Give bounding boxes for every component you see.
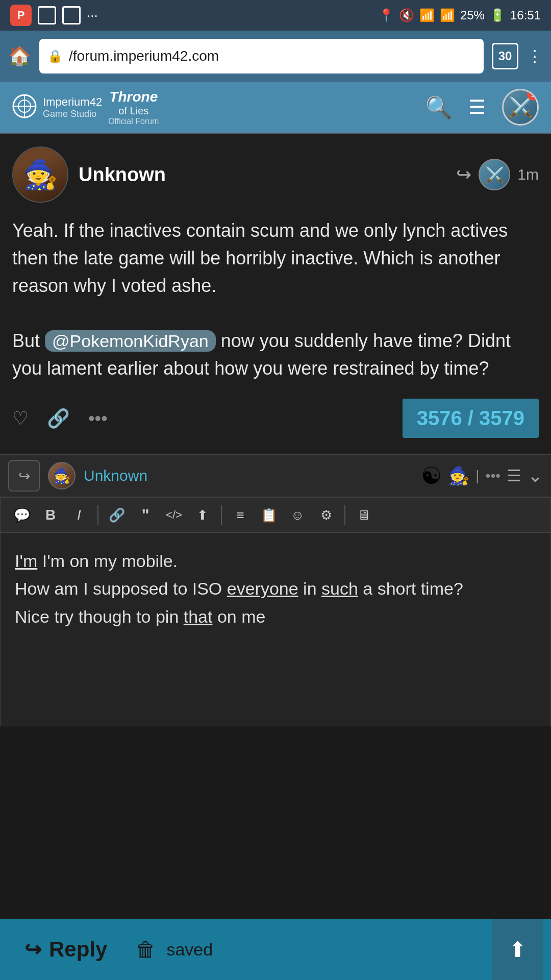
- bottom-upload-button[interactable]: ⬆: [492, 919, 543, 980]
- status-bar: P ··· 📍 🔇 📶 📶 25% 🔋 16:51: [0, 0, 551, 31]
- notification-badge: 1: [527, 89, 539, 101]
- toolbar-bold-button[interactable]: B: [37, 502, 64, 528]
- notification-count: 1: [531, 90, 536, 99]
- hamburger-menu-icon[interactable]: ☰: [468, 96, 486, 118]
- more-actions-icon[interactable]: •••: [88, 408, 108, 429]
- post-right: ↪ ⚔️ 1m: [456, 159, 539, 190]
- reply-username[interactable]: Unknown: [84, 467, 413, 484]
- bottom-bar: ↪ Reply 🗑 saved ⬆: [0, 919, 551, 980]
- italic-label: I: [77, 507, 81, 523]
- tab-count-button[interactable]: 30: [492, 43, 518, 69]
- editor-line3-start: Nice try though to pin: [15, 607, 184, 626]
- bottom-center: 🗑 saved: [123, 938, 492, 961]
- page-total: 3579: [479, 407, 524, 429]
- imperium-text: Imperium42 Game Studio: [43, 95, 102, 119]
- editor-that-underline: that: [184, 607, 213, 626]
- saved-label: saved: [166, 940, 213, 960]
- logo-section: Imperium42 Game Studio Throne of Lies Of…: [12, 89, 159, 126]
- action-icons: ♡ 🔗 •••: [12, 408, 108, 429]
- of-lies-text: of Lies: [118, 105, 148, 117]
- page-slash: /: [468, 407, 479, 429]
- app-icon: P: [10, 5, 32, 26]
- editor-line2-start: How am I supposed to ISO: [15, 579, 227, 598]
- editor-everyone-underline: everyone: [227, 579, 298, 598]
- bold-label: B: [45, 507, 56, 523]
- page-counter[interactable]: 3576 / 3579: [403, 399, 539, 438]
- toolbar-upload-button[interactable]: ⬆: [189, 502, 216, 528]
- toolbar-settings-button[interactable]: ⚙: [313, 502, 339, 528]
- editor-line-2: How am I supposed to ISO everyone in suc…: [15, 575, 536, 602]
- reply-button[interactable]: ↪ Reply: [8, 919, 123, 980]
- reply-to-avatar: ⚔️: [479, 159, 510, 190]
- url-bar[interactable]: 🔒 /forum.imperium42.com: [39, 39, 484, 74]
- post-author-avatar: 🧙: [12, 146, 68, 203]
- blockquote-icon: ": [141, 506, 149, 525]
- more-apps-dots: ···: [87, 8, 98, 23]
- imperium-brand: Imperium42: [43, 95, 102, 109]
- reply-reference-button[interactable]: ↪: [8, 460, 40, 492]
- reply-button-label: Reply: [49, 937, 107, 962]
- throne-logo: Throne of Lies Official Forum: [108, 89, 159, 126]
- editor-im-underline: I'm: [15, 551, 37, 571]
- reply-reference-arrow-icon: ↪: [456, 164, 471, 185]
- header-avatar-char: ⚔️: [509, 96, 533, 118]
- toolbar-separator-1: [97, 505, 98, 525]
- page-current: 3576: [417, 407, 462, 429]
- toolbar-code-button[interactable]: </>: [161, 502, 187, 528]
- upload-icon: ⬆: [509, 937, 527, 962]
- chat-icon: 💬: [14, 507, 30, 523]
- reply-button-arrow-icon: ↪: [24, 938, 42, 961]
- toolbar-emoji-button[interactable]: ☺: [284, 502, 311, 528]
- toolbar-italic-button[interactable]: I: [66, 502, 92, 528]
- post-username[interactable]: Unknown: [79, 164, 446, 186]
- status-right: 📍 🔇 📶 📶 25% 🔋 16:51: [379, 8, 541, 22]
- search-icon[interactable]: 🔍: [425, 95, 452, 120]
- official-text: Official Forum: [108, 117, 159, 126]
- reply-separator: |: [475, 468, 479, 484]
- post-area: 🧙 Unknown ↪ ⚔️ 1m Yeah. If the inactives…: [0, 134, 551, 454]
- settings-icon: ⚙: [320, 507, 332, 523]
- imperium-logo: [12, 94, 37, 120]
- toolbar-display-button[interactable]: 🖥: [350, 502, 377, 528]
- post-meta: Unknown: [79, 164, 446, 186]
- trash-icon[interactable]: 🗑: [136, 938, 156, 961]
- editor-line3-end: on me: [212, 607, 265, 626]
- post-body: Yeah. If the inactives contain scum and …: [12, 217, 539, 382]
- toolbar-quote-button[interactable]: 💬: [9, 502, 35, 528]
- toolbar-separator-3: [344, 505, 345, 525]
- editor-line2-rest: in: [298, 579, 321, 598]
- toolbar-bullets-button[interactable]: ≡: [227, 502, 254, 528]
- window-square-2: [62, 6, 81, 24]
- toolbar-numbered-list-button[interactable]: 📋: [256, 502, 282, 528]
- header-icons: 🔍 ☰ ⚔️ 1: [425, 89, 539, 126]
- collapse-icon[interactable]: ⌄: [528, 465, 543, 486]
- clock: 16:51: [510, 8, 541, 22]
- mute-icon: 🔇: [399, 8, 414, 22]
- post-actions: ♡ 🔗 ••• 3576 / 3579: [12, 399, 539, 438]
- toolbar-separator-2: [221, 505, 222, 525]
- app-icon-letter: P: [17, 9, 25, 22]
- code-label: </>: [166, 508, 182, 522]
- imperium-subtitle: Game Studio: [43, 109, 102, 119]
- reply-to-avatar-char: ⚔️: [485, 166, 504, 184]
- avatar-figure: 🧙: [13, 148, 67, 202]
- post-paragraph-2: But @PokemonKidRyan now you suddenly hav…: [12, 327, 539, 382]
- reply-user-avatar: 🧙: [48, 462, 76, 489]
- browser-more-button[interactable]: ⋮: [527, 46, 543, 66]
- link-toolbar-icon: 🔗: [109, 507, 125, 523]
- editor-line2-end: a short time?: [358, 579, 463, 598]
- reply-hamburger-icon[interactable]: ☰: [507, 466, 521, 485]
- editor-area[interactable]: I'm I'm on my mobile. How am I supposed …: [0, 532, 551, 726]
- like-icon[interactable]: ♡: [12, 408, 29, 429]
- link-icon[interactable]: 🔗: [47, 408, 70, 429]
- upload-toolbar-icon: ⬆: [197, 507, 208, 523]
- toolbar-link-button[interactable]: 🔗: [104, 502, 130, 528]
- battery-text: 25%: [460, 8, 485, 22]
- home-button[interactable]: 🏠: [8, 45, 31, 67]
- header-avatar[interactable]: ⚔️ 1: [502, 89, 539, 126]
- toolbar-blockquote-button[interactable]: ": [132, 502, 159, 528]
- reply-dots: •••: [486, 468, 500, 484]
- yin-yang-icon: ☯: [421, 462, 442, 489]
- reply-bar-icons: ☯ 🧙 | ••• ☰ ⌄: [421, 462, 543, 489]
- mention-tag[interactable]: @PokemonKidRyan: [45, 330, 216, 352]
